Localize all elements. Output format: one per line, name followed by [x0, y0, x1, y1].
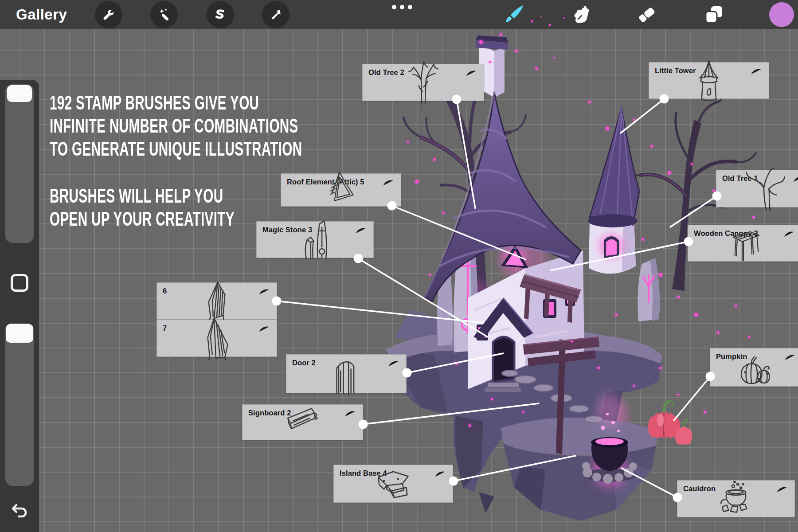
- turret: [588, 107, 639, 274]
- headline-line: OPEN UP YOUR CREATIVITY: [50, 207, 235, 231]
- witch-house-illustration: [368, 27, 798, 532]
- smudge-button[interactable]: [567, 2, 593, 27]
- paint-brush-icon: [503, 3, 526, 26]
- brush-controls-sidebar: [0, 80, 39, 532]
- procreate-window: 192 STAMP BRUSHES GIVE YOU INFINITE NUMB…: [0, 0, 798, 532]
- adjustments-button[interactable]: [150, 1, 178, 28]
- smudge-icon: [568, 3, 591, 26]
- brush-size-handle[interactable]: [7, 85, 32, 102]
- gallery-button[interactable]: Gallery: [16, 0, 67, 29]
- brush-size-slider[interactable]: [5, 84, 34, 243]
- headline-line: TO GENERATE UNIQUE ILLUSTRATION: [50, 137, 302, 160]
- wrench-icon: [101, 7, 116, 22]
- eraser-button[interactable]: [634, 2, 659, 27]
- paint-brush-button[interactable]: [501, 2, 527, 27]
- chimney: [476, 35, 508, 98]
- headline-line: 192 STAMP BRUSHES GIVE YOU: [50, 91, 302, 114]
- headline-paragraph-1: 192 STAMP BRUSHES GIVE YOU INFINITE NUMB…: [50, 91, 302, 160]
- ellipsis-menu[interactable]: [392, 5, 412, 9]
- transform-button[interactable]: [262, 1, 289, 28]
- headline-line: INFINITE NUMBER OF COMBINATIONS: [50, 114, 302, 137]
- selection-icon: [213, 7, 228, 22]
- brush-opacity-slider[interactable]: [5, 323, 34, 486]
- brush-opacity-handle[interactable]: [6, 324, 33, 343]
- layers-icon: [702, 3, 725, 26]
- color-swatch[interactable]: [769, 2, 794, 27]
- undo-icon[interactable]: [10, 500, 29, 520]
- top-toolbar: Gallery: [0, 0, 798, 29]
- headline-line: BRUSHES WILL HELP YOU: [50, 184, 235, 207]
- modify-button[interactable]: [11, 274, 28, 292]
- selection-button[interactable]: [207, 1, 234, 28]
- transform-arrow-icon: [268, 7, 283, 22]
- magic-wand-icon: [156, 7, 172, 22]
- layers-button[interactable]: [701, 2, 727, 27]
- headline-paragraph-2: BRUSHES WILL HELP YOU OPEN UP YOUR CREAT…: [50, 184, 235, 231]
- eraser-icon: [635, 3, 658, 26]
- actions-button[interactable]: [95, 1, 122, 28]
